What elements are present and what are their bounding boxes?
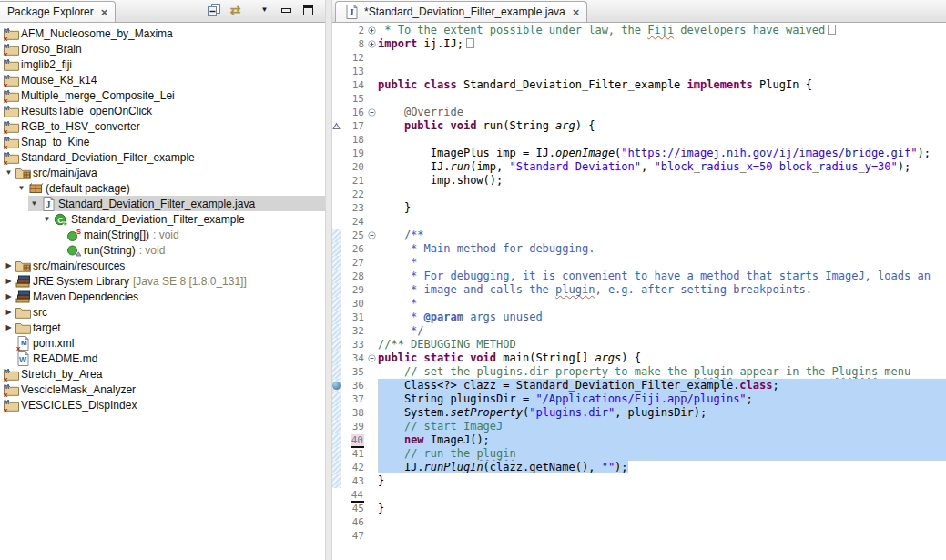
code-line-35[interactable]: 35 // set the plugins.dir property to ma… <box>332 365 946 379</box>
code-line-32[interactable]: 32 */ <box>332 324 946 338</box>
code-text: * To the extent possible under law, the … <box>378 24 946 37</box>
tree-collapsed-arrow-icon[interactable]: ▶ <box>3 278 15 285</box>
code-line-20[interactable]: 20 IJ.run(imp, "Standard Deviation", "bl… <box>332 160 946 174</box>
code-line-15[interactable]: 15 <box>332 92 946 106</box>
tree-item-rgb-to-hsv-converter[interactable]: MxRGB_to_HSV_converter <box>0 118 325 134</box>
tree-item-default-package[interactable]: ▼(default package) <box>0 180 325 196</box>
editor-code-area[interactable]: 2 * To the extent possible under law, th… <box>332 23 946 560</box>
tree-collapsed-arrow-icon[interactable]: ▶ <box>3 293 15 300</box>
code-line-21[interactable]: 21 imp.show(); <box>332 174 946 188</box>
code-line-44[interactable]: 44 <box>332 488 946 502</box>
tree-item-readme-md[interactable]: WREADME.md <box>0 351 325 366</box>
code-line-31[interactable]: 31 * @param args unused <box>332 311 946 324</box>
code-line-45[interactable]: 45} <box>332 502 946 515</box>
fold-minus-icon[interactable] <box>366 229 378 242</box>
code-line-25[interactable]: 25 /** <box>332 229 946 242</box>
code-line-34[interactable]: 34public static void main(String[] args)… <box>332 351 946 365</box>
vertical-ruler <box>332 106 341 119</box>
code-line-29[interactable]: 29 * image and calls the plugin, e.g. af… <box>332 283 946 297</box>
minimize-icon[interactable] <box>279 3 294 17</box>
tree-item-droso-brain[interactable]: MxDroso_Brain <box>0 41 325 56</box>
code-line-36[interactable]: 36 Class<?> clazz = Standard_Deviation_F… <box>332 379 946 392</box>
tree-item-pom-xml[interactable]: Mxpom.xml <box>0 335 325 351</box>
code-line-33[interactable]: 33//** DEBUGGING METHOD <box>332 338 946 351</box>
view-menu-icon[interactable]: ▼ <box>257 3 272 17</box>
link-with-editor-icon[interactable]: ⇄ <box>228 3 243 17</box>
tree-expanded-arrow-icon[interactable]: ▼ <box>15 185 27 192</box>
code-line-41[interactable]: 41 // run the plugin <box>332 447 946 461</box>
code-line-8[interactable]: 8import ij.IJ; <box>332 37 946 51</box>
line-number: 36 <box>341 379 366 392</box>
vertical-ruler <box>332 201 341 215</box>
tree-item-src-main-resources[interactable]: ▶src/main/resources <box>0 258 325 273</box>
code-line-28[interactable]: 28 * For debugging, it is convenient to … <box>332 270 946 283</box>
code-line-39[interactable]: 39 // start ImageJ <box>332 420 946 433</box>
code-line-18[interactable]: 18 <box>332 133 946 147</box>
tree-item-standard-deviation-filter-example[interactable]: ▼CStandard_Deviation_Filter_example <box>0 211 325 227</box>
code-line-22[interactable]: 22 <box>332 188 946 201</box>
tree-item-jre-system-library[interactable]: ▶JRE System Library[Java SE 8 [1.8.0_131… <box>0 273 325 289</box>
override-marker-icon[interactable] <box>332 119 341 133</box>
tree-item-run-string[interactable]: run(String): void <box>0 242 325 258</box>
tree-item-snap-to-kine[interactable]: MxSnap_to_Kine <box>0 134 325 149</box>
close-icon[interactable]: × <box>573 6 580 18</box>
tree-item-vescicles-dispindex[interactable]: MxVESCICLES_DispIndex <box>0 397 325 412</box>
tree-item-standard-deviation-filter-example[interactable]: MxStandard_Deviation_Filter_example <box>0 149 325 165</box>
tree-item-target[interactable]: ▶target <box>0 320 325 335</box>
code-line-27[interactable]: 27 * <box>332 256 946 270</box>
tree-item-vesciclemask-analyzer[interactable]: MxVescicleMask_Analyzer <box>0 382 325 397</box>
code-line-47[interactable]: 47 <box>332 529 946 543</box>
breakpoint-marker-icon[interactable] <box>332 379 341 392</box>
sash-divider[interactable] <box>325 0 332 560</box>
code-line-16[interactable]: 16 @Override <box>332 106 946 119</box>
code-text: String pluginsDir = "/Applications/Fiji.… <box>378 392 946 406</box>
code-line-12[interactable]: 12 <box>332 51 946 65</box>
close-icon[interactable]: × <box>101 6 108 18</box>
code-line-17[interactable]: 17 public void run(String arg) { <box>332 119 946 133</box>
fold-minus-icon[interactable] <box>366 106 378 119</box>
tab-editor-java-file[interactable]: J *Standard_Deviation_Filter_example.jav… <box>335 1 587 22</box>
code-line-13[interactable]: 13 <box>332 65 946 78</box>
code-line-30[interactable]: 30 * <box>332 297 946 311</box>
fold-plus-icon[interactable] <box>366 24 378 37</box>
code-line-37[interactable]: 37 String pluginsDir = "/Applications/Fi… <box>332 392 946 406</box>
tree-item-maven-dependencies[interactable]: ▶Maven Dependencies <box>0 289 325 304</box>
collapse-all-icon[interactable] <box>206 3 221 17</box>
tree-expanded-arrow-icon[interactable]: ▼ <box>3 169 15 177</box>
code-line-40[interactable]: 40 new ImageJ(); <box>332 433 946 447</box>
tree-expanded-arrow-icon[interactable]: ▼ <box>41 216 53 223</box>
fold-column <box>366 78 378 92</box>
tab-package-explorer[interactable]: Package Explorer × <box>0 1 116 22</box>
tree-item-resultstable-openonclick[interactable]: MResultsTable_openOnClick <box>0 103 325 118</box>
code-line-38[interactable]: 38 System.setProperty("plugins.dir", plu… <box>332 406 946 420</box>
tree-item-multiple-merge-composite-lei[interactable]: MxMultiple_merge_Composite_Lei <box>0 87 325 103</box>
tree-collapsed-arrow-icon[interactable]: ▶ <box>3 309 15 316</box>
code-line-19[interactable]: 19 ImagePlus imp = IJ.openImage("https:/… <box>332 147 946 160</box>
code-line-24[interactable]: 24 <box>332 215 946 229</box>
folded-region-box-icon[interactable] <box>828 25 836 35</box>
code-line-43[interactable]: 43} <box>332 474 946 488</box>
tree-item-standard-deviation-filter-example-java[interactable]: ▼JStandard_Deviation_Filter_example.java <box>0 196 325 211</box>
fold-minus-icon[interactable] <box>366 351 378 365</box>
tree-item-src-main-java[interactable]: ▼src/main/java <box>0 165 325 180</box>
code-line-46[interactable]: 46 <box>332 515 946 529</box>
tree-item-mouse-k8-k14[interactable]: MxMouse_K8_k14 <box>0 72 325 87</box>
svg-text:M: M <box>4 73 9 81</box>
fold-plus-icon[interactable] <box>366 37 378 51</box>
line-number: 37 <box>341 392 366 406</box>
tree-item-afm-nucleosome-by-maxima[interactable]: MxAFM_Nucleosome_by_Maxima <box>0 25 325 41</box>
folded-region-box-icon[interactable] <box>466 38 474 48</box>
code-line-14[interactable]: 14public class Standard_Deviation_Filter… <box>332 78 946 92</box>
code-line-23[interactable]: 23 } <box>332 201 946 215</box>
tree-item-main-string[interactable]: Smain(String[]): void <box>0 227 325 242</box>
tree-collapsed-arrow-icon[interactable]: ▶ <box>3 324 15 331</box>
code-line-2[interactable]: 2 * To the extent possible under law, th… <box>332 24 946 37</box>
tree-expanded-arrow-icon[interactable]: ▼ <box>28 200 40 208</box>
tree-collapsed-arrow-icon[interactable]: ▶ <box>3 262 15 270</box>
maximize-icon[interactable] <box>300 3 316 17</box>
tree-item-stretch-by-area[interactable]: MxStretch_by_Area <box>0 366 325 382</box>
code-line-26[interactable]: 26 * Main method for debugging. <box>332 242 946 256</box>
tree-item-imglib2-fiji[interactable]: Mimglib2_fiji <box>0 56 325 72</box>
code-line-42[interactable]: 42 IJ.runPlugIn(clazz.getName(), ""); <box>332 461 946 474</box>
tree-item-src[interactable]: ▶src <box>0 304 325 320</box>
